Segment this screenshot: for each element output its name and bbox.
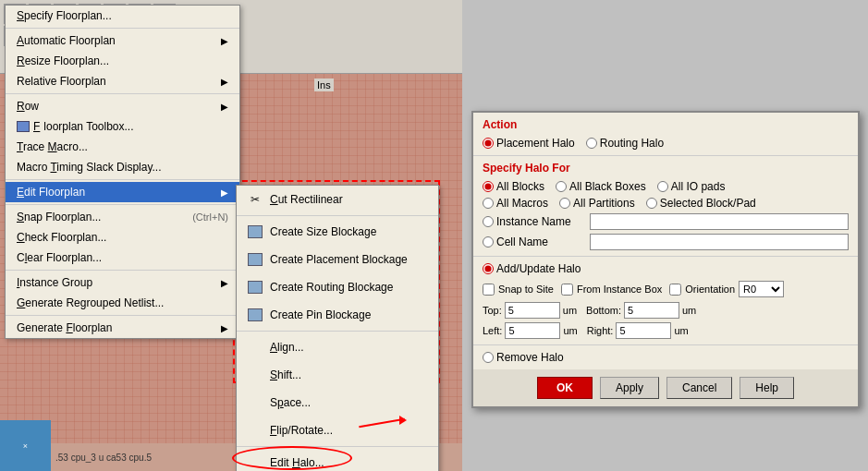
remove-halo-radio[interactable] [483,352,494,363]
submenu-label: Create Placement Blockage [270,253,408,266]
instance-name-row: Instance Name [483,213,849,230]
separator [6,93,239,94]
bottom-input[interactable] [624,302,679,319]
routing-halo-label: Routing Halo [600,137,664,150]
separator [6,270,239,271]
submenu-create-pin-blockage[interactable]: Create Pin Blockage [237,301,438,329]
menu-item-clear-floorplan[interactable]: Clear Floorplan... [6,248,239,268]
routing-halo-radio[interactable] [586,138,597,149]
all-partitions-option[interactable]: All Partitions [559,197,635,210]
submenu-shift[interactable]: Shift... [237,361,438,389]
menu-item-floorplan-toolbox[interactable]: Floorplan Toolbox... [6,116,239,137]
right-input[interactable] [616,322,671,339]
bottom-label: Bottom: [586,305,621,316]
menu-item-instance-group[interactable]: Instance Group ▶ [6,272,239,293]
separator [237,446,438,447]
snap-to-site-checkbox[interactable] [483,284,495,296]
ok-button[interactable]: OK [537,377,593,399]
bottom-unit: um [682,305,696,316]
arrow-icon: ▶ [221,77,228,87]
separator [237,331,438,332]
menu-label: Floorplan Toolbox... [17,120,134,133]
orientation-checkbox[interactable] [669,284,681,296]
all-black-boxes-label: All Black Boxes [569,180,646,193]
from-instance-box-checkbox[interactable] [561,284,573,296]
left-input[interactable] [505,322,560,339]
placement-halo-option[interactable]: Placement Halo [483,137,575,150]
submenu-space[interactable]: Space... [237,389,438,417]
halo-for-row1: All Blocks All Black Boxes All IO pads [483,180,849,193]
all-blocks-radio[interactable] [483,181,494,192]
separator [6,315,239,316]
from-instance-box-option[interactable]: From Instance Box [561,284,662,296]
all-black-boxes-radio[interactable] [556,181,567,192]
arrow-icon: ▶ [221,323,228,333]
menu-item-macro-timing[interactable]: Macro Timing Slack Display... [6,157,239,177]
cpu-label: .53 cpu_3 u ca53 cpu.5 [55,453,152,463]
separator [6,28,239,29]
instance-name-option[interactable]: Instance Name [483,215,584,228]
menu-label: Trace Macro... [17,140,88,153]
add-update-halo-option[interactable]: Add/Update Halo [483,262,849,275]
specify-halo-section: Specify Halo For All Blocks All Black Bo… [473,156,858,257]
menu-item-check-floorplan[interactable]: Check Floorplan... [6,227,239,248]
cell-name-radio[interactable] [483,236,494,248]
arrow-head [399,416,407,425]
menu-label: Clear Floorplan... [17,251,102,264]
menu-item-resize-floorplan[interactable]: Resize Floorplan... [6,51,239,71]
all-macros-radio[interactable] [483,198,494,209]
cell-name-option[interactable]: Cell Name [483,236,584,248]
help-button[interactable]: Help [740,377,794,399]
ins-label: Ins [314,78,334,91]
submenu-edit-halo[interactable]: Edit Halo... [237,449,438,471]
arrow-icon: ▶ [221,102,228,112]
cell-name-input[interactable] [590,234,849,250]
menu-label: Snap Floorplan... [17,211,101,223]
add-update-halo-label: Add/Update Halo [496,262,581,275]
overlay-label: × [23,441,28,451]
instance-name-radio[interactable] [483,216,494,227]
all-io-pads-label: All IO pads [671,180,726,193]
apply-button[interactable]: Apply [600,377,659,399]
top-input[interactable] [505,302,560,319]
blockage-icon [246,250,264,269]
menu-item-relative-floorplan[interactable]: Relative Floorplan ▶ [6,71,239,91]
submenu-flip-rotate[interactable]: Flip/Rotate... [237,417,438,444]
all-black-boxes-option[interactable]: All Black Boxes [556,180,646,193]
menu-item-snap-floorplan[interactable]: Snap Floorplan... (Ctrl+N) [6,207,239,227]
submenu-create-routing-blockage[interactable]: Create Routing Blockage [237,273,438,301]
menu-item-specify-floorplan[interactable]: Specify Floorplan... [6,6,239,26]
instance-name-input[interactable] [590,213,849,230]
menu-item-generate-regrouped[interactable]: Generate Regrouped Netlist... [6,293,239,313]
menu-item-edit-floorplan[interactable]: Edit Floorplan ▶ [6,182,239,202]
submenu-create-placement-blockage[interactable]: Create Placement Blockage [237,246,438,273]
menu-item-trace-macro[interactable]: Trace Macro... [6,137,239,157]
action-radio-group: Placement Halo Routing Halo [483,137,849,150]
all-macros-option[interactable]: All Macros [483,197,548,210]
menu-label: Check Floorplan... [17,231,106,244]
bottom-left-overlay: × [0,420,51,471]
orientation-select[interactable]: R0 R90 R180 R270 [739,281,784,297]
submenu-create-size-blockage[interactable]: Create Size Blockage [237,218,438,246]
all-io-pads-option[interactable]: All IO pads [657,180,726,193]
block-icon-placement [248,253,263,266]
routing-halo-option[interactable]: Routing Halo [586,137,664,150]
menu-item-generate-floorplan[interactable]: Generate Floorplan ▶ [6,318,239,338]
submenu-align[interactable]: Align... [237,333,438,361]
selected-block-pad-radio[interactable] [646,198,657,209]
submenu-label: Flip/Rotate... [270,424,333,437]
selected-block-pad-option[interactable]: Selected Block/Pad [646,197,756,210]
all-partitions-label: All Partitions [573,197,635,210]
right-field-row: Right: um [587,322,689,339]
menu-item-automatic-floorplan[interactable]: Automatic Floorplan ▶ [6,30,239,51]
cancel-button[interactable]: Cancel [666,377,732,399]
snap-to-site-option[interactable]: Snap to Site [483,284,554,296]
add-update-halo-radio[interactable] [483,263,494,274]
submenu-cut-rectilinear[interactable]: ✂ Cut Rectilinear [237,186,438,213]
placement-halo-radio[interactable] [483,138,494,149]
all-partitions-radio[interactable] [559,198,570,209]
all-blocks-option[interactable]: All Blocks [483,180,544,193]
all-io-pads-radio[interactable] [657,181,668,192]
remove-halo-option[interactable]: Remove Halo [483,351,849,364]
menu-item-row[interactable]: Row ▶ [6,96,239,116]
